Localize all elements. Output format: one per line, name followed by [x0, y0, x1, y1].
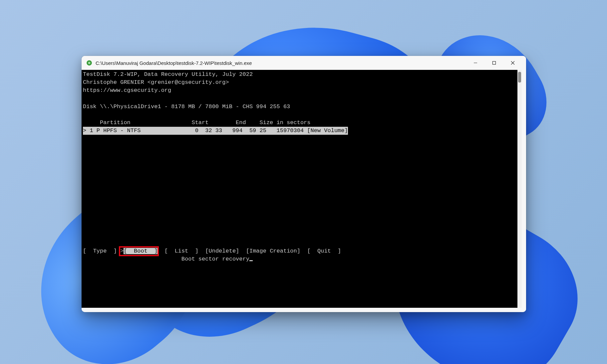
svg-rect-3	[493, 62, 496, 65]
svg-point-1	[88, 62, 91, 64]
app-header-2: Christophe GRENIER <grenier@cgsecurity.o…	[83, 79, 229, 86]
menu-type[interactable]: [ Type ]	[83, 248, 117, 254]
terminal-container: TestDisk 7.2-WIP, Data Recovery Utility,…	[82, 70, 526, 312]
partition-row-selected[interactable]: > 1 P HPFS - NTFS 0 32 33 994 59 25 1597…	[83, 127, 348, 135]
terminal[interactable]: TestDisk 7.2-WIP, Data Recovery Utility,…	[82, 70, 517, 308]
minimize-icon	[473, 61, 477, 65]
menu-image-creation[interactable]: [Image Creation]	[246, 248, 300, 254]
menu-hint: Boot sector recovery	[181, 256, 249, 262]
window-title: C:\Users\Manuviraj Godara\Desktop\testdi…	[96, 60, 466, 66]
minimize-button[interactable]	[466, 56, 485, 70]
scrollbar-thumb[interactable]	[518, 72, 521, 83]
menu-bar: [ Type ] >[ Boot ] [ List ] [Undelete] […	[83, 248, 341, 254]
app-header-3: https://www.cgsecurity.org	[83, 87, 171, 93]
app-icon	[86, 60, 92, 66]
menu-boot-label: [ Boot ]	[124, 248, 157, 254]
close-icon	[511, 61, 515, 65]
app-header-1: TestDisk 7.2-WIP, Data Recovery Utility,…	[83, 71, 253, 78]
disk-info: Disk \\.\PhysicalDrive1 - 8178 MB / 7800…	[83, 103, 290, 110]
titlebar[interactable]: C:\Users\Manuviraj Godara\Desktop\testdi…	[82, 56, 526, 70]
app-window: C:\Users\Manuviraj Godara\Desktop\testdi…	[82, 56, 526, 312]
menu-undelete[interactable]: [Undelete]	[205, 248, 239, 254]
menu-list[interactable]: [ List ]	[164, 248, 198, 254]
menu-boot-indicator: >	[120, 248, 124, 254]
cursor	[249, 260, 253, 261]
partition-table-header: Partition Start End Size in sectors	[83, 119, 311, 126]
maximize-button[interactable]	[485, 56, 503, 70]
window-controls	[466, 56, 522, 70]
scrollbar[interactable]	[517, 70, 522, 308]
close-button[interactable]	[503, 56, 522, 70]
maximize-icon	[492, 61, 496, 65]
menu-quit[interactable]: [ Quit ]	[307, 248, 341, 254]
menu-boot-selected[interactable]: >[ Boot ]	[120, 247, 157, 255]
